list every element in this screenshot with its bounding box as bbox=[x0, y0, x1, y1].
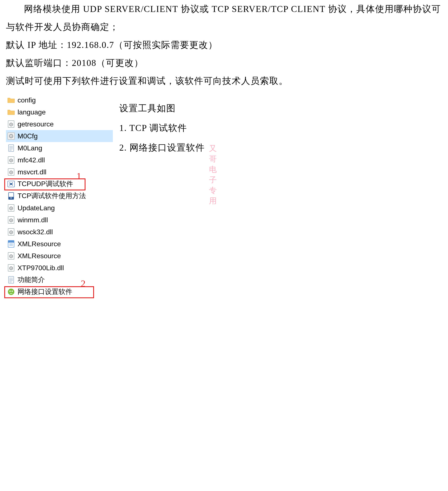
file-item-label: 功能简介 bbox=[18, 275, 45, 284]
file-item-label: language bbox=[18, 108, 46, 116]
side-text: 设置工具如图 1. TCP 调试软件 2. 网络接口设置软件 又哥电子专用 bbox=[119, 94, 205, 158]
app-green-icon bbox=[7, 288, 15, 296]
file-item-label: UpdateLang bbox=[18, 204, 55, 212]
side-title: 设置工具如图 bbox=[119, 98, 205, 118]
file-item[interactable]: XMLResource bbox=[6, 238, 113, 250]
file-item-label: config bbox=[18, 96, 36, 104]
gear-file-icon bbox=[7, 252, 15, 260]
gear-exe-icon bbox=[7, 132, 15, 140]
gear-file-icon bbox=[7, 120, 15, 128]
file-item[interactable]: XMLResource bbox=[6, 250, 113, 262]
file-item[interactable]: config bbox=[6, 94, 113, 106]
file-item[interactable]: language bbox=[6, 106, 113, 118]
file-item[interactable]: wsock32.dll bbox=[6, 226, 113, 238]
text-file-icon bbox=[7, 276, 15, 284]
file-item-label: XMLResource bbox=[18, 240, 61, 248]
file-item[interactable]: winmm.dll bbox=[6, 214, 113, 226]
file-item[interactable]: msvcrt.dll bbox=[6, 166, 113, 178]
folder-icon bbox=[7, 96, 15, 104]
file-list: 1 2 configlanguagegetresourceM0CfgM0Lang… bbox=[6, 94, 113, 298]
file-item-label: TCP调试软件使用方法 bbox=[18, 191, 86, 201]
file-item[interactable]: mfc42.dll bbox=[6, 154, 113, 166]
doc-icon bbox=[7, 192, 15, 200]
paragraph-1: 网络模块使用 UDP SERVER/CLIENT 协议或 TCP SERVER/… bbox=[6, 0, 442, 36]
gear-file-icon bbox=[7, 216, 15, 224]
file-item-label: M0Lang bbox=[18, 144, 42, 152]
side-line-2: 2. 网络接口设置软件 bbox=[119, 138, 205, 158]
file-item[interactable]: 网络接口设置软件 bbox=[6, 286, 113, 298]
text-file-icon bbox=[7, 144, 15, 152]
file-item-label: XTP9700Lib.dll bbox=[18, 264, 64, 272]
file-item-label: XMLResource bbox=[18, 252, 61, 260]
file-item[interactable]: XTP9700Lib.dll bbox=[6, 262, 113, 274]
file-item-label: TCPUDP调试软件 bbox=[18, 179, 73, 189]
watermark: 又哥电子专用 bbox=[209, 143, 217, 206]
file-item[interactable]: TCP调试软件使用方法 bbox=[6, 190, 113, 202]
app-blue-icon bbox=[7, 180, 15, 188]
file-item[interactable]: getresource bbox=[6, 118, 113, 130]
file-item[interactable]: 功能简介 bbox=[6, 274, 113, 286]
side-line-1: 1. TCP 调试软件 bbox=[119, 118, 205, 138]
file-item-label: 网络接口设置软件 bbox=[18, 287, 72, 297]
paragraph-2: 默认 IP 地址：192.168.0.7（可按照实际需要更改） bbox=[6, 36, 442, 54]
file-item-label: mfc42.dll bbox=[18, 156, 45, 164]
folder-icon bbox=[7, 108, 15, 116]
file-item[interactable]: UpdateLang bbox=[6, 202, 113, 214]
paragraph-3: 默认监听端口：20108（可更改） bbox=[6, 54, 442, 72]
gear-file-icon bbox=[7, 168, 15, 176]
gear-file-icon bbox=[7, 228, 15, 236]
xml-file-icon bbox=[7, 240, 15, 248]
file-item[interactable]: TCPUDP调试软件 bbox=[6, 178, 113, 190]
file-item[interactable]: M0Cfg bbox=[6, 130, 113, 142]
gear-file-icon bbox=[7, 156, 15, 164]
file-item-label: wsock32.dll bbox=[18, 228, 53, 236]
file-item[interactable]: M0Lang bbox=[6, 142, 113, 154]
gear-file-icon bbox=[7, 264, 15, 272]
paragraph-4: 测试时可使用下列软件进行设置和调试，该软件可向技术人员索取。 bbox=[6, 72, 442, 90]
gear-file-icon bbox=[7, 204, 15, 212]
file-item-label: msvcrt.dll bbox=[18, 168, 46, 176]
file-item-label: M0Cfg bbox=[18, 132, 38, 140]
file-item-label: winmm.dll bbox=[18, 216, 48, 224]
file-item-label: getresource bbox=[18, 120, 54, 128]
